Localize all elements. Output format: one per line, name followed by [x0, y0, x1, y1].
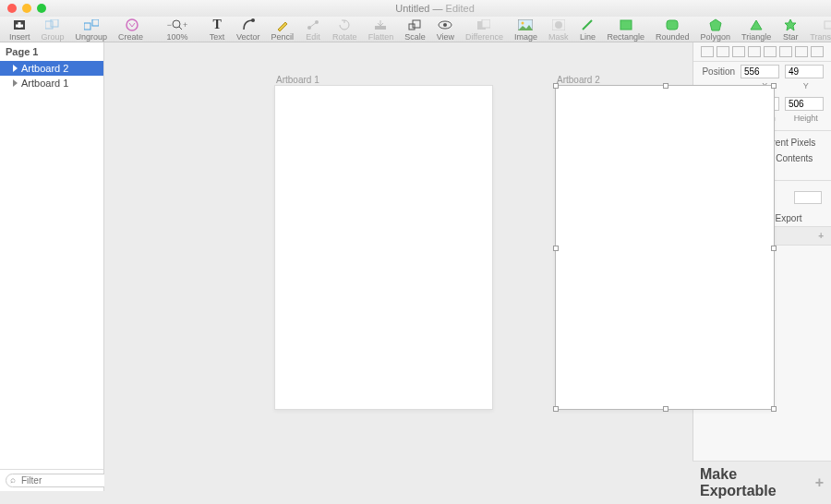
ungroup-tool[interactable]: Ungroup [70, 18, 114, 42]
svg-rect-31 [825, 21, 831, 29]
ungroup-icon [83, 18, 100, 31]
page-header[interactable]: Page 1 [0, 42, 103, 61]
star-tool[interactable]: Star [777, 18, 804, 42]
layer-label: Artboard 2 [21, 63, 68, 74]
layer-row[interactable]: Artboard 1 [0, 76, 103, 90]
group-tool[interactable]: Group [36, 18, 70, 42]
distribute-v-button[interactable] [811, 46, 824, 57]
svg-point-10 [251, 18, 255, 22]
view-tool[interactable]: View [431, 18, 460, 42]
insert-tool[interactable]: Insert [4, 18, 36, 42]
image-icon [517, 18, 534, 31]
align-top-button[interactable] [748, 46, 761, 57]
resize-handle[interactable] [553, 83, 559, 89]
svg-rect-6 [92, 19, 99, 26]
polygon-tool[interactable]: Polygon [695, 18, 737, 42]
svg-point-8 [173, 20, 180, 28]
text-tool[interactable]: T Text [203, 18, 231, 42]
symbol-icon [124, 18, 140, 31]
svg-point-24 [555, 21, 562, 29]
svg-marker-30 [785, 19, 796, 30]
scale-tool[interactable]: Scale [399, 18, 431, 42]
align-right-button[interactable] [732, 46, 745, 57]
vector-icon [240, 18, 257, 31]
y-sublabel: Y [789, 81, 825, 90]
rectangle-tool[interactable]: Rectangle [601, 18, 650, 42]
align-left-button[interactable] [701, 46, 714, 57]
position-label: Position [701, 66, 735, 77]
svg-rect-3 [45, 21, 53, 29]
svg-rect-4 [51, 19, 58, 27]
alignment-controls [693, 42, 831, 62]
mask-tool[interactable]: Mask [543, 18, 574, 42]
layer-row[interactable]: Artboard 2 [0, 61, 103, 76]
canvas[interactable]: Artboard 1 Artboard 2 [104, 42, 692, 491]
resize-handle[interactable] [553, 406, 559, 412]
height-sublabel: Height [789, 114, 825, 123]
align-vcenter-button[interactable] [764, 46, 777, 57]
zoom-level[interactable]: − + 100% [159, 18, 196, 42]
vector-tool[interactable]: Vector [231, 18, 266, 42]
artboard[interactable] [274, 85, 493, 410]
flatten-tool[interactable]: Flatten [363, 18, 400, 42]
disclosure-triangle-icon[interactable] [13, 65, 18, 72]
resize-handle[interactable] [553, 246, 559, 251]
y-input[interactable] [785, 65, 824, 78]
difference-tool[interactable]: Difference [460, 18, 509, 42]
minimize-window-button[interactable] [22, 4, 31, 13]
zoom-window-button[interactable] [37, 4, 46, 13]
artboard-label[interactable]: Artboard 1 [276, 75, 319, 85]
transform-tool[interactable]: Transform [804, 18, 831, 42]
artboard-selected[interactable] [555, 85, 775, 410]
eye-icon [437, 18, 453, 31]
rotate-icon [336, 18, 353, 31]
svg-rect-27 [667, 20, 678, 30]
svg-point-7 [126, 19, 138, 30]
add-export-button[interactable]: + [818, 231, 824, 241]
difference-icon [476, 18, 492, 31]
artboard-label[interactable]: Artboard 2 [557, 75, 600, 85]
star-icon [782, 18, 799, 31]
transform-icon [821, 18, 831, 31]
distribute-h-button[interactable] [795, 46, 808, 57]
svg-rect-15 [409, 24, 415, 30]
rotate-tool[interactable]: Rotate [327, 18, 363, 42]
rectangle-icon [618, 18, 634, 31]
close-window-button[interactable] [7, 4, 17, 13]
disclosure-triangle-icon[interactable] [13, 79, 18, 87]
edit-tool[interactable]: Edit [299, 18, 327, 42]
text-icon: T [209, 18, 225, 31]
svg-line-25 [583, 20, 592, 30]
rounded-tool[interactable]: Rounded [650, 18, 695, 42]
svg-rect-2 [16, 25, 23, 28]
image-tool[interactable]: Image [509, 18, 543, 42]
rounded-icon [664, 18, 680, 31]
resize-handle[interactable] [663, 406, 668, 412]
align-hcenter-button[interactable] [717, 46, 729, 57]
titlebar: Untitled — Edited [0, 0, 831, 17]
mask-icon [550, 18, 567, 31]
align-bottom-button[interactable] [779, 46, 792, 57]
toolbar: Insert Group Ungroup Create Symbol − + 1… [0, 17, 831, 42]
resize-handle[interactable] [663, 83, 668, 89]
resize-handle[interactable] [771, 406, 777, 412]
zoom-icon: − + [164, 18, 190, 31]
resize-handle[interactable] [771, 83, 777, 89]
add-exportable-button[interactable]: + [815, 474, 824, 491]
make-exportable-footer[interactable]: Make Exportable + [692, 461, 831, 504]
background-color-swatch[interactable] [794, 191, 822, 204]
height-input[interactable] [785, 97, 824, 111]
pencil-tool[interactable]: Pencil [266, 18, 300, 42]
triangle-tool[interactable]: Triangle [736, 18, 777, 42]
line-tool[interactable]: Line [573, 18, 601, 42]
svg-marker-28 [710, 19, 721, 30]
polygon-icon [707, 18, 724, 31]
svg-rect-5 [84, 23, 90, 30]
group-icon [44, 18, 61, 31]
x-input[interactable] [741, 65, 779, 78]
resize-handle[interactable] [771, 246, 777, 251]
svg-marker-29 [751, 20, 762, 30]
flatten-icon [372, 18, 389, 31]
line-icon [579, 18, 596, 31]
window-title: Untitled — Edited [46, 3, 824, 14]
